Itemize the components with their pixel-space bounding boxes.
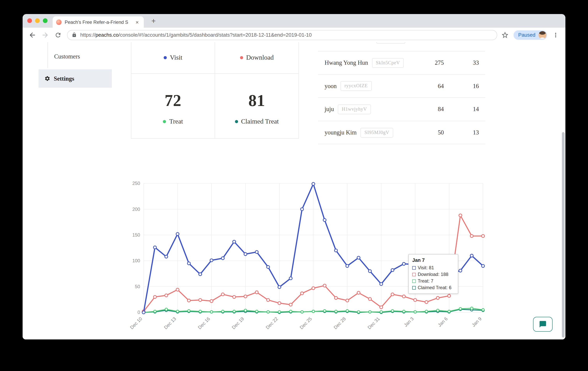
browser-toolbar: https://peachs.co/console/#!/accounts/1/…	[23, 28, 565, 42]
svg-text:50: 50	[135, 284, 140, 289]
browser-tab[interactable]: Peach's Free Refer-a-Friend S ×	[52, 16, 144, 28]
referrers-table: Hwang Yong HunSkIn5CpeV27533yoonryycxOIZ…	[318, 42, 485, 144]
tooltip-swatch-icon	[412, 286, 416, 289]
referrer-value-2: 33	[473, 59, 479, 66]
lock-icon	[72, 32, 77, 37]
referrer-value-1: 50	[438, 129, 444, 136]
forward-arrow-icon	[41, 31, 49, 39]
referrer-code-badge: SkIn5CpeV	[372, 58, 404, 68]
table-row[interactable]: youngju KimSI95MJ0gV5013	[318, 121, 485, 144]
stat-value: 72	[165, 92, 181, 109]
svg-text:250: 250	[132, 181, 140, 186]
stat-label: Claimed Treat	[235, 118, 279, 126]
forward-button[interactable]	[41, 30, 50, 40]
svg-text:Dec 16: Dec 16	[197, 316, 211, 330]
gear-icon	[44, 76, 50, 81]
url-domain: peachs.co	[95, 32, 119, 38]
tab-title: Peach's Free Refer-a-Friend S	[65, 19, 134, 25]
tab-strip: Peach's Free Refer-a-Friend S × +	[23, 14, 565, 28]
stat-card-visit: Visit	[131, 42, 215, 73]
svg-text:Jan 9: Jan 9	[471, 316, 483, 328]
url-text: https://peachs.co/console/#!/accounts/1/…	[80, 32, 312, 38]
url-bar[interactable]: https://peachs.co/console/#!/accounts/1/…	[67, 30, 497, 40]
table-row[interactable]: Hwang Yong HunSkIn5CpeV27533	[318, 52, 485, 75]
legend-dot-icon	[235, 120, 238, 123]
sidebar-item-settings[interactable]: Settings	[39, 69, 112, 88]
stat-label: Treat	[163, 118, 183, 126]
svg-text:Jan 3: Jan 3	[403, 316, 415, 328]
browser-menu-button[interactable]	[551, 30, 560, 40]
page-content: Customers Settings Visit Download 72Trea…	[23, 42, 565, 339]
referrer-value-2: 13	[473, 129, 479, 136]
stats-cards: Visit Download 72Treat 81Claimed Treat	[131, 42, 299, 139]
reload-icon	[54, 31, 62, 38]
legend-dot-icon	[164, 56, 167, 59]
stat-card-claimed-treat: 81Claimed Treat	[215, 74, 298, 138]
svg-text:Dec 10: Dec 10	[129, 316, 143, 330]
stat-card-download: Download	[215, 42, 298, 73]
tooltip-title: Jan 7	[412, 258, 454, 263]
svg-text:Jan 6: Jan 6	[437, 316, 449, 328]
svg-text:Dec 22: Dec 22	[265, 316, 279, 330]
url-scheme: https://	[80, 32, 95, 38]
svg-text:150: 150	[132, 232, 140, 238]
back-button[interactable]	[28, 30, 37, 40]
browser-window: Peach's Free Refer-a-Friend S × + https:…	[23, 14, 565, 339]
reload-button[interactable]	[53, 30, 63, 40]
sidebar-item-label: Settings	[54, 75, 74, 82]
referrer-value-1: 64	[438, 83, 444, 90]
referrer-name: youngju Kim	[325, 129, 357, 136]
chat-button[interactable]	[533, 317, 553, 332]
stat-card-treat: 72Treat	[131, 74, 215, 138]
screenshot-stage: Peach's Free Refer-a-Friend S × + https:…	[0, 0, 588, 371]
referrer-value-1: 84	[438, 106, 444, 113]
svg-text:Dec 25: Dec 25	[299, 316, 313, 330]
stat-label: Download	[240, 54, 274, 62]
tab-close-button[interactable]: ×	[134, 19, 140, 25]
minimize-window-button[interactable]	[35, 18, 40, 23]
referrer-name: juju	[325, 106, 334, 113]
legend-dot-icon	[163, 120, 166, 123]
table-row[interactable]: yoonryycxOIZE6416	[318, 75, 485, 98]
referrer-value-2: 14	[473, 106, 479, 113]
table-row-partial	[318, 42, 485, 52]
zoom-window-button[interactable]	[43, 18, 48, 23]
tooltip-swatch-icon	[412, 279, 416, 283]
bookmark-star-button[interactable]	[500, 30, 510, 40]
bookmark-star-icon	[501, 31, 509, 39]
referrer-name: yoon	[325, 83, 337, 90]
table-row[interactable]: jujuH1wvjyhyV8414	[318, 98, 485, 121]
tooltip-row: Claimed Treat: 6	[412, 285, 454, 290]
peach-favicon-icon	[56, 19, 62, 25]
svg-text:100: 100	[132, 258, 140, 263]
kebab-menu-icon	[552, 31, 559, 38]
close-window-button[interactable]	[27, 18, 32, 23]
back-arrow-icon	[28, 31, 36, 39]
chart-tooltip: Jan 7 Visit: 81Download: 188Treat: 7Clai…	[408, 254, 458, 294]
stat-label: Visit	[164, 54, 182, 62]
referrer-code-badge-partial	[377, 42, 405, 44]
svg-text:0: 0	[137, 310, 140, 315]
svg-text:Dec 31: Dec 31	[367, 316, 381, 330]
tooltip-swatch-icon	[412, 266, 416, 269]
referrer-value-1: 275	[435, 59, 444, 66]
legend-dot-icon	[240, 56, 243, 59]
chat-bubble-icon	[539, 320, 547, 328]
tooltip-row: Visit: 81	[412, 265, 454, 270]
referrer-code-badge: ryycxOIZE	[341, 81, 372, 91]
new-tab-button[interactable]: +	[148, 16, 159, 26]
sidebar-item-customers[interactable]: Customers	[48, 50, 86, 64]
tooltip-row: Download: 188	[412, 272, 454, 277]
svg-text:Dec 28: Dec 28	[333, 316, 347, 330]
referrer-code-badge: SI95MJ0gV	[361, 128, 393, 137]
paused-label: Paused	[518, 32, 536, 38]
referrer-code-badge: H1wvjyhyV	[338, 105, 371, 114]
svg-text:Dec 13: Dec 13	[163, 316, 177, 330]
referrer-value-2: 16	[473, 83, 479, 90]
profile-paused-chip[interactable]: Paused	[514, 30, 547, 40]
avatar	[538, 31, 546, 39]
svg-text:200: 200	[132, 207, 140, 212]
tooltip-swatch-icon	[412, 273, 416, 276]
tooltip-row: Treat: 7	[412, 278, 454, 284]
scrollbar-thumb[interactable]	[562, 132, 565, 338]
